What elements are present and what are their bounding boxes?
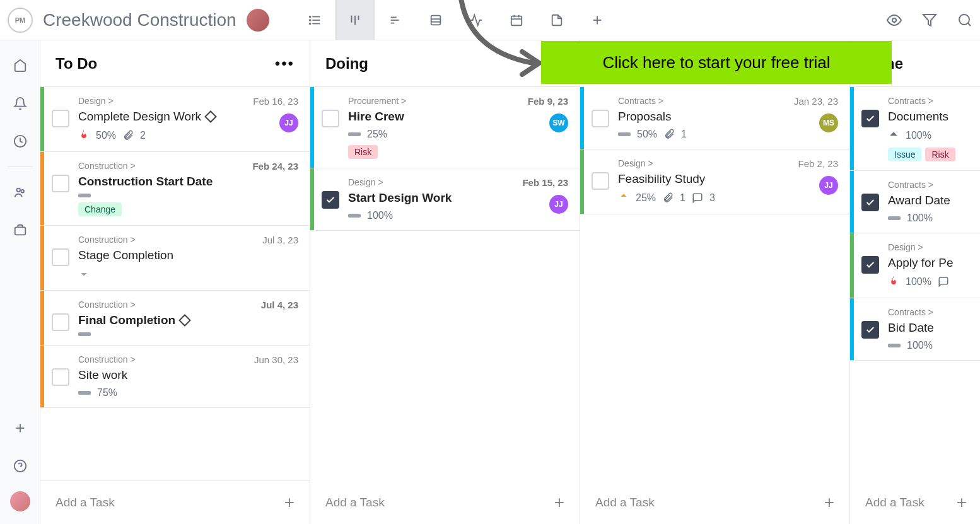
priority-icon [888,129,899,143]
calendar-view-icon[interactable] [496,0,537,40]
add-view-icon[interactable] [577,0,617,40]
task-checkbox[interactable] [592,172,609,190]
priority-icon [348,132,361,136]
add-task-button[interactable]: Add a Task+ [40,480,310,524]
task-checkbox[interactable] [52,248,69,266]
task-checkbox[interactable] [592,110,609,127]
task-checkbox[interactable] [52,175,69,192]
task-card[interactable]: Design >Complete Design Work50%2Feb 16, … [40,87,310,152]
sheet-view-icon[interactable] [416,0,456,40]
card-stripe [40,152,44,225]
visibility-icon[interactable] [887,13,902,28]
card-meta: 50%1 [618,129,838,140]
task-card[interactable]: Procurement >Hire Crew25%RiskFeb 9, 23SW [310,87,580,168]
tag-risk[interactable]: Risk [925,148,955,161]
progress-text: 100% [906,130,931,141]
svg-point-23 [959,15,969,25]
task-checkbox[interactable] [322,191,339,209]
task-card[interactable]: Design >Start Design Work100%Feb 15, 23J… [310,168,580,231]
filter-icon[interactable] [922,13,937,28]
progress-text: 100% [906,276,931,288]
gantt-view-icon[interactable] [375,0,416,40]
task-card[interactable]: Construction >Construction Start DateCha… [40,152,310,226]
team-icon[interactable] [8,180,33,205]
progress-text: 75% [97,387,117,399]
task-checkbox[interactable] [322,110,339,127]
priority-icon [888,216,901,220]
activity-view-icon[interactable] [456,0,496,40]
svg-point-4 [309,20,310,21]
files-view-icon[interactable] [537,0,577,40]
card-meta: 25%13 [618,191,838,205]
card-meta [78,332,298,336]
priority-icon [78,129,90,143]
task-card[interactable]: Design >Apply for Pe100% [850,233,980,298]
card-title: Apply for Pe [888,256,954,270]
card-stripe [580,87,584,149]
task-checkbox[interactable] [52,110,69,127]
task-checkbox[interactable] [52,368,69,386]
task-card[interactable]: Design >Feasibility Study25%13Feb 2, 23J… [580,149,849,214]
assignee-avatar[interactable]: SW [549,114,568,132]
card-date: Feb 2, 23 [798,158,838,169]
tag-issue[interactable]: Issue [888,148,921,161]
help-icon[interactable] [8,453,33,479]
task-card[interactable]: Contracts >Bid Date100% [850,298,980,361]
card-stripe [850,298,854,360]
task-card[interactable]: Contracts >Award Date100% [850,171,980,233]
task-checkbox[interactable] [861,321,879,339]
task-card[interactable]: Contracts >Proposals50%1Jan 23, 23MS [580,87,849,149]
board-column: DoneContracts >Documents100%IssueRiskCon… [850,40,980,524]
cta-banner[interactable]: Click here to start your free trial [541,41,892,84]
task-card[interactable]: Construction >Stage CompletionJul 3, 23 [40,226,310,291]
card-date: Feb 15, 23 [522,177,568,188]
search-icon[interactable] [957,13,972,28]
task-checkbox[interactable] [861,110,879,127]
project-avatar[interactable] [247,9,269,32]
tag-change[interactable]: Change [78,202,122,216]
svg-rect-28 [15,227,25,235]
priority-icon [888,275,899,289]
task-card[interactable]: Construction >Final CompletionJul 4, 23 [40,291,310,346]
task-card[interactable]: Construction >Site work75%Jun 30, 23 [40,346,310,408]
card-breadcrumb: Contracts > [888,307,971,317]
priority-icon [78,267,90,281]
add-task-button[interactable]: Add a Task+ [310,481,580,524]
svg-point-5 [309,23,310,24]
assignee-avatar[interactable]: JJ [279,114,298,132]
attachment-count: 1 [681,129,687,140]
task-checkbox[interactable] [861,194,879,211]
svg-point-26 [16,189,20,192]
board-column: Contracts >Proposals50%1Jan 23, 23MSDesi… [580,40,850,524]
add-icon[interactable] [8,416,33,441]
list-view-icon[interactable] [295,0,335,40]
board-view-icon[interactable] [335,0,375,40]
assignee-avatar[interactable]: JJ [549,195,568,214]
column-header: To Do••• [40,40,310,87]
card-meta: 100% [888,340,971,351]
add-task-button[interactable]: Add a Task+ [850,481,980,524]
card-stripe [310,168,314,230]
recent-icon[interactable] [8,129,33,154]
user-avatar[interactable] [10,491,30,511]
column-title: To Do [55,55,97,73]
app-logo[interactable]: PM [8,8,33,33]
task-checkbox[interactable] [52,313,69,331]
add-task-label: Add a Task [865,496,925,509]
add-task-button[interactable]: Add a Task+ [580,481,849,524]
column-menu-icon[interactable]: ••• [275,55,295,73]
assignee-avatar[interactable]: JJ [819,176,838,195]
home-icon[interactable] [8,53,33,78]
task-checkbox[interactable] [861,256,879,274]
notifications-icon[interactable] [8,91,33,116]
card-title: Proposals [618,110,672,124]
column-header: Doing [310,40,580,87]
card-meta: 100% [888,213,971,224]
task-card[interactable]: Contracts >Documents100%IssueRisk [850,87,980,171]
assignee-avatar[interactable]: MS [819,114,838,132]
tag-risk[interactable]: Risk [348,145,378,159]
briefcase-icon[interactable] [8,218,33,243]
progress-text: 100% [907,213,933,224]
add-task-label: Add a Task [325,496,385,509]
project-title[interactable]: Creekwood Construction [43,10,236,30]
